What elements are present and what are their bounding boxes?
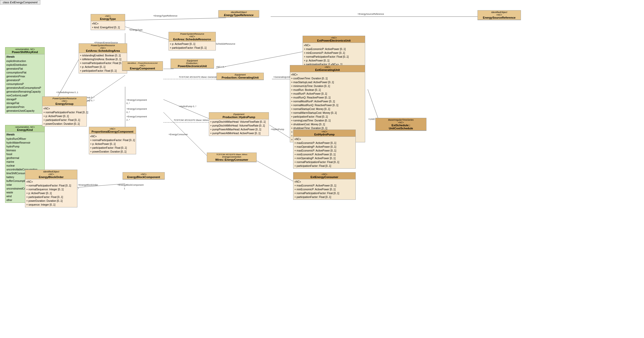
tab-title: class ExtEnergyComponent [3, 1, 38, 4]
pec-attr3: + participationFactor: Float [0..1] [90, 146, 135, 150]
epeu-attr3: + normalParticipationFactor: Float [0..1… [304, 55, 364, 59]
php-attr1: + pumpDischAtMaxHead: VolumeFlowRate [0.… [210, 120, 268, 124]
eg-attr1: + normalParticipationFactor: Float [0..1… [43, 110, 86, 114]
eg-stereo2: «NC» [43, 100, 86, 102]
svg-text:1: 1 [124, 187, 125, 190]
proportional-energy-component-box: «NC» ProportionalEnergyComponent «NC» + … [89, 127, 136, 154]
svg-text:«NC» 0..*: «NC» 0..* [216, 66, 226, 68]
ebc-stereo: «NC» [124, 173, 163, 176]
tab-header[interactable]: class ExtEnergyComponent [0, 0, 40, 5]
ppu-stereo1: Equipment [172, 59, 213, 62]
egu-attr8: + normalMustRunQ: ReactivePower [0..1] [291, 103, 364, 107]
ehp-stereo: «NC» [294, 130, 354, 133]
eec-attr1: + maxEconomicP: ActivePower [0..1] [294, 184, 354, 187]
enum-item: generatorsPmin [6, 105, 43, 109]
svg-text:0..*: 0..* [126, 102, 130, 105]
enum-item: generatorsAndConsumptionsP [6, 86, 43, 90]
svg-text:+EnergyType: +EnergyType [129, 29, 142, 31]
enum-item: generatorsPmax [6, 74, 43, 78]
energy-type-attr2: + kind: EnergyKind [0..1] [92, 26, 124, 29]
eg-attr2: + p: ActivePower [0..1] [43, 114, 86, 118]
eg-name: EnergyGroup [43, 102, 86, 105]
svg-text:+ScheduleResource: +ScheduleResource [214, 43, 235, 45]
energy-type-ref-stereotype: IdentifiedObject [220, 11, 258, 14]
ehp-name: ExtHydroPump [294, 133, 354, 136]
sr-attr2: + participationFactor: Float [0..1] [170, 46, 214, 50]
svg-text:+EnergyComponent: +EnergyComponent [126, 108, 147, 110]
epeu-nc: «NC» [304, 43, 364, 47]
egu-attr12: + runningLeadTime: Duration [0..1] [291, 119, 364, 122]
svg-line-0 [125, 18, 226, 20]
pec-stereo: «NC» [90, 128, 135, 130]
sa-attr3: + normalParticipationFactor: Float [0..1… [80, 61, 126, 65]
enum-item: storageP [6, 97, 43, 101]
egu-attr1: + coolDownTime: Duration [0..1] [291, 77, 364, 80]
ebo-attr2: + normalSequence: Integer [0..1] [26, 187, 76, 191]
svg-line-29 [56, 59, 79, 99]
ehp-body: «NC» + maxEconomicP: ActivePower [0..1] … [293, 137, 355, 168]
ehp-attr1: + maxEconomicP: ActivePower [0..1] [294, 141, 354, 145]
svg-line-28 [257, 161, 297, 184]
energy-type-ref-name: EnergyTypeReference [220, 14, 258, 17]
php-name: Production::HydroPump [210, 116, 268, 119]
ext-power-electronics-unit-box: «NC» ExtPowerElectronicsUnit «NC» + maxE… [303, 36, 365, 67]
enum-item: generatorsUsedCapacity [6, 109, 43, 113]
egu-attr7: + normalMustRunP: ActivePower [0..1] [291, 99, 364, 103]
sr-attr1: + p: ActivePower [0..1] [170, 42, 214, 46]
sa-attr4: + p: ActivePower [0..1] [80, 65, 126, 69]
php-stereo: Equipment [210, 113, 268, 116]
power-shift-key-kind-header: «enumeration, NC» PowerShiftKeyKind [5, 47, 44, 54]
svg-text:+SchedulingArea 0..1: +SchedulingArea 0..1 [56, 91, 78, 94]
scheduling-area-header: PowerSystemResource «NC» ExtArea::Schedu… [79, 44, 127, 53]
enum-item: explicitInstruction [6, 59, 43, 63]
ehp-attr6: + normalParticipationFactor: Float [0..1… [294, 160, 354, 164]
pec-attr2: + p: ActivePower [0..1] [90, 142, 135, 146]
ppu-name: PowerElectronicsUnit [172, 65, 213, 68]
energy-source-ref-name: EnergySourceReference [479, 16, 520, 19]
ehp-attr7: + participationFactor: Float [0..1] [294, 164, 354, 168]
epeu-header: «NC» ExtPowerElectronicsUnit [303, 36, 365, 43]
energy-type-reference-box: IdentifiedObject EnergyTypeReference [218, 10, 259, 18]
enum-item: generatorsP [6, 78, 43, 82]
ebo-stereo1: IdentifiedObject [26, 170, 76, 173]
ebo-attr1: + normalParticipationFactor: Float [0..1… [26, 184, 76, 187]
energy-block-component-box: «NC» EnergyBlockComponent [123, 172, 165, 180]
pec-nc: «NC» [90, 134, 135, 138]
epeu-attr4: + p: ActivePower [0..1] [304, 59, 364, 62]
eg-attr3: + participationFactor: Float [0..1] [43, 118, 86, 122]
sa-attr2: + isMeteringGridArea: Boolean [0..1] [80, 57, 126, 61]
svg-text:+EnergyTypeReference: +EnergyTypeReference [153, 15, 177, 17]
enum-item: consumptionsP [6, 82, 43, 86]
production-gen-unit-box: Equipment Production::GeneratingUnit [217, 73, 264, 80]
esuc-stereo2: «NC» [377, 121, 425, 124]
enum-item: generatorsRemainingCapacity [6, 90, 43, 94]
wec-name: Wires::EnergyConsumer [208, 158, 255, 161]
ebo-body: «NC» + normalParticipationFactor: Float … [25, 179, 77, 207]
svg-text:+EnergyConsumer: +EnergyConsumer [169, 133, 188, 136]
enum-item: nuclear [6, 164, 43, 168]
schedule-resource-stereo2: «NC» [170, 35, 214, 38]
svg-text:+EnergyBlockComponent: +EnergyBlockComponent [117, 184, 144, 186]
energy-source-ref-header: IdentifiedObject «NC» EnergySourceRefere… [478, 10, 521, 20]
literals-label: literals [6, 55, 43, 59]
enum-item: hydroWaterReservoir [6, 141, 43, 145]
pec-attr4: + powerDuration: Duration [0..1] [90, 150, 135, 154]
svg-text:2..*: 2..* [126, 119, 130, 121]
ebo-attr4: + participationFactor: Float [0..1] [26, 195, 76, 199]
egu-attr11: + participationFactor: Float [0..1] [291, 115, 364, 119]
pec-body: «NC» + normalParticipationFactor: Float … [89, 134, 136, 154]
power-shift-key-kind-name: PowerShiftKeyKind [6, 51, 43, 54]
egu-attr6: + mustRunQ: ReactivePower [0..1] [291, 96, 364, 99]
ec-name: EnergyComponent [123, 67, 162, 70]
egu-header: «NC» ExtGeneratingUnit [290, 65, 365, 72]
epeu-attr2: + minEconomicP: ActivePower [0..1] [304, 51, 364, 55]
ebc-name: EnergyBlockComponent [124, 176, 163, 179]
ebo-name: EnergyBlockOrder [26, 176, 76, 179]
ebo-stereo2: «NC» [26, 173, 76, 176]
ext-schedule-unit-cost-box: BaseIrregularTimeSeries «NC» ExtSchedule… [375, 118, 426, 131]
scheduling-area-name: ExtArea::SchedulingArea [80, 49, 126, 52]
ebo-attr6: + sequence: Integer [0..1] [26, 203, 76, 207]
eec-attr2: + minEconomicP: ActivePower [0..1] [294, 187, 354, 191]
energy-kind-name: EnergyKind [6, 128, 43, 131]
schedule-resource-stereo1: PowerSystemResource [170, 33, 214, 35]
